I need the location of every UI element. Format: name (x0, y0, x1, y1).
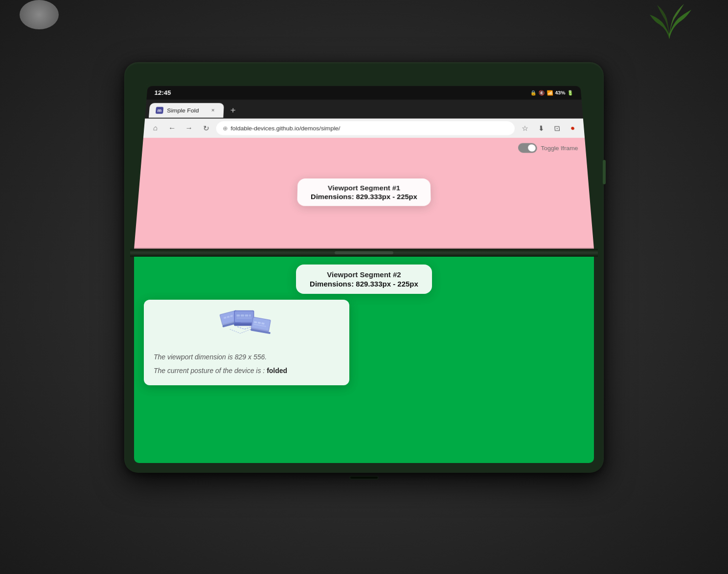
plant-decoration (640, 0, 699, 39)
segment2-dimensions: Dimensions: 829.333px - 225px (310, 280, 418, 288)
svg-rect-9 (236, 314, 240, 316)
top-panel: 12:45 🔒 🔇 📶 43% 🔋 m Simpl (130, 83, 598, 249)
url-text: foldable-devices.github.io/demos/simple/ (230, 125, 340, 131)
back-button[interactable]: ← (165, 122, 180, 134)
posture-text: The current posture of the device is : f… (154, 366, 340, 376)
segment1-dimensions: Dimensions: 829.333px - 225px (311, 193, 417, 200)
address-bar-row: ⌂ ← → ↻ ⊕ foldable-devices.github.io/dem… (143, 118, 585, 137)
address-box[interactable]: ⊕ foldable-devices.github.io/demos/simpl… (216, 121, 515, 135)
tab-favicon: m (156, 107, 163, 114)
posture-prefix: The current posture of the device is : (154, 367, 267, 375)
toolbar-actions: ☆ ⬇ ⊡ ● (518, 122, 580, 134)
segment2-box: Viewport Segment #2 Dimensions: 829.333p… (296, 265, 432, 294)
segment1-box: Viewport Segment #1 Dimensions: 829.333p… (297, 178, 431, 206)
screen-container: 12:45 🔒 🔇 📶 43% 🔋 m Simpl (130, 68, 598, 467)
tab-label: Simple Fold (167, 107, 199, 113)
star-button[interactable]: ☆ (518, 122, 532, 134)
svg-rect-11 (245, 314, 249, 316)
decorative-object-topleft (20, 0, 59, 29)
tab-bar: m Simple Fold × + (145, 100, 583, 119)
segment1-title: Viewport Segment #1 (311, 184, 417, 192)
tab-grid-button[interactable]: ⊡ (550, 122, 564, 134)
svg-rect-10 (241, 314, 244, 316)
active-tab[interactable]: m Simple Fold × (149, 103, 224, 118)
svg-rect-12 (249, 314, 250, 316)
hinge (130, 249, 598, 257)
battery-label: 43% (555, 90, 566, 95)
bottom-panel: Viewport Segment #2 Dimensions: 829.333p… (130, 257, 598, 467)
new-tab-button[interactable]: + (225, 104, 241, 117)
device-bottom (349, 473, 379, 480)
forward-button[interactable]: → (182, 122, 196, 134)
tab-close-button[interactable]: × (208, 107, 217, 114)
svg-rect-13 (236, 317, 251, 319)
record-button[interactable]: ● (566, 122, 580, 134)
segment2-title: Viewport Segment #2 (310, 270, 418, 279)
home-button[interactable]: ⌂ (148, 122, 162, 134)
posture-value: folded (267, 367, 287, 375)
toggle-iframe-switch[interactable] (518, 143, 538, 153)
top-segment-content: Viewport Segment #1 Dimensions: 829.333p… (134, 138, 594, 249)
download-button[interactable]: ⬇ (534, 122, 547, 134)
side-button (603, 160, 606, 184)
device-illustration (154, 308, 340, 347)
info-card: The viewport dimension is 829 x 556. The… (144, 300, 349, 385)
foldable-device: 12:45 🔒 🔇 📶 43% 🔋 m Simpl (95, 62, 633, 512)
reload-button[interactable]: ↻ (199, 122, 213, 134)
toggle-iframe-row: Toggle Iframe (518, 143, 579, 153)
status-icons: 🔒 🔇 📶 43% 🔋 (530, 90, 574, 95)
browser-chrome: 12:45 🔒 🔇 📶 43% 🔋 m Simpl (134, 86, 594, 249)
viewport-text: The viewport dimension is 829 x 556. (154, 353, 340, 362)
device-body: 12:45 🔒 🔇 📶 43% 🔋 m Simpl (124, 62, 604, 473)
status-time: 12:45 (154, 89, 171, 96)
signal-icon: 📶 (546, 90, 553, 95)
bottom-segment-content: Viewport Segment #2 Dimensions: 829.333p… (134, 257, 594, 463)
mute-icon: 🔇 (538, 90, 545, 95)
lock-icon: 🔒 (530, 90, 537, 95)
battery-icon: 🔋 (567, 90, 574, 95)
usb-port (349, 476, 379, 480)
toggle-iframe-label: Toggle Iframe (541, 145, 578, 152)
status-bar: 12:45 🔒 🔇 📶 43% 🔋 (146, 86, 581, 100)
bottom-screen: Viewport Segment #2 Dimensions: 829.333p… (134, 257, 594, 463)
